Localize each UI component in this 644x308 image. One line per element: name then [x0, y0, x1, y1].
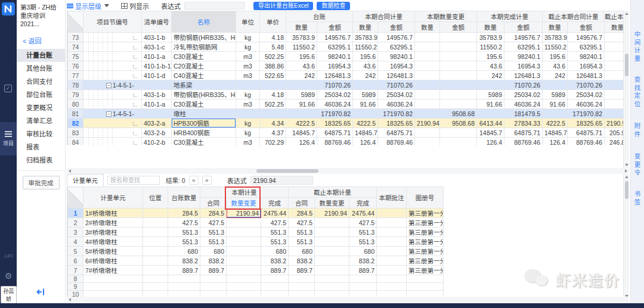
- unit-name-cell[interactable]: 6#桥墩墩柱: [83, 256, 143, 266]
- value-cell[interactable]: 91.66: [286, 99, 317, 109]
- value-cell[interactable]: [261, 275, 289, 283]
- value-cell[interactable]: 242: [543, 71, 568, 80]
- code-cell[interactable]: 410-1-a: [142, 52, 172, 61]
- value-cell[interactable]: [605, 90, 624, 99]
- value-cell[interactable]: 14845.7: [543, 128, 568, 138]
- value-cell[interactable]: [377, 283, 407, 291]
- value-cell[interactable]: [227, 247, 261, 256]
- value-cell[interactable]: 63295.1: [568, 42, 605, 52]
- value-cell[interactable]: 64875.71: [568, 128, 605, 138]
- value-cell[interactable]: [227, 275, 261, 283]
- value-cell[interactable]: 502.25: [260, 99, 286, 109]
- name-cell[interactable]: 地系梁: [172, 80, 236, 90]
- value-cell[interactable]: 551.3: [168, 228, 200, 237]
- value-cell[interactable]: 126481.3: [568, 71, 605, 80]
- value-cell[interactable]: 11550.2: [477, 42, 504, 52]
- unit-name-cell[interactable]: 4#桥墩墩柱: [83, 237, 143, 247]
- value-cell[interactable]: 9508.68: [440, 109, 477, 119]
- name-cell[interactable]: 带肋钢筋(HRB335、HRB400): [172, 90, 236, 99]
- value-cell[interactable]: [286, 80, 317, 90]
- sidebar-item-1[interactable]: 其他台账: [17, 62, 65, 75]
- value-cell[interactable]: [315, 228, 349, 237]
- value-cell[interactable]: [415, 33, 440, 42]
- value-cell[interactable]: 第三册第一分册: [407, 209, 444, 218]
- value-cell[interactable]: 第三册第一分册: [407, 237, 444, 247]
- unit-cell[interactable]: m3: [236, 138, 260, 146]
- value-cell[interactable]: 171970.82: [568, 109, 605, 119]
- row-number[interactable]: 77: [68, 71, 83, 80]
- value-cell[interactable]: 9508.68: [440, 119, 477, 128]
- unit-cell[interactable]: [236, 109, 260, 119]
- row-number[interactable]: 1: [68, 209, 83, 218]
- value-cell[interactable]: 838.2: [261, 256, 289, 266]
- value-cell[interactable]: 14845.7: [477, 128, 504, 138]
- value-cell[interactable]: [440, 128, 477, 138]
- value-cell[interactable]: 195.6: [477, 52, 504, 61]
- value-cell[interactable]: [415, 61, 440, 71]
- unit-cell[interactable]: m3: [236, 71, 260, 80]
- rightbar-item-3[interactable]: 变更令: [633, 153, 642, 178]
- value-cell[interactable]: 46036.24: [504, 99, 543, 109]
- value-cell[interactable]: [143, 283, 168, 291]
- value-cell[interactable]: 35783.9: [353, 33, 378, 42]
- display-level-dropdown[interactable]: 显示层级: [67, 1, 109, 11]
- row-number[interactable]: 73: [68, 33, 83, 42]
- value-cell[interactable]: [477, 109, 504, 119]
- value-cell[interactable]: 502.25: [260, 52, 286, 61]
- value-cell[interactable]: 702.29: [260, 138, 286, 146]
- tree-cell[interactable]: [83, 90, 142, 99]
- code-cell[interactable]: 410-1-d: [142, 71, 172, 80]
- value-cell[interactable]: [168, 283, 200, 291]
- value-cell[interactable]: [289, 275, 315, 283]
- unit-cell[interactable]: [236, 80, 260, 90]
- rail-api-link[interactable]: API: [0, 253, 17, 259]
- collapse-minus-icon[interactable]: −: [106, 83, 112, 88]
- value-cell[interactable]: [315, 256, 349, 266]
- sidebar-item-4[interactable]: 变更概况: [17, 101, 65, 114]
- row-number[interactable]: 4: [68, 237, 83, 247]
- code-cell[interactable]: [142, 109, 172, 119]
- value-cell[interactable]: 46036.24: [317, 99, 353, 109]
- name-cell[interactable]: C30混凝土: [172, 52, 236, 61]
- sidebar-item-2[interactable]: 合同支付: [17, 75, 65, 88]
- unit-vertical-scrollbar[interactable]: [623, 174, 629, 299]
- value-cell[interactable]: [440, 71, 477, 80]
- value-cell[interactable]: 35783.9: [286, 33, 317, 42]
- value-cell[interactable]: [315, 218, 349, 228]
- value-cell[interactable]: 11550.2: [353, 42, 378, 52]
- value-cell[interactable]: 6413.44: [477, 119, 504, 128]
- value-cell[interactable]: [407, 283, 444, 291]
- value-cell[interactable]: 205.91: [605, 128, 624, 138]
- sidebar-item-7[interactable]: 报表: [17, 141, 65, 154]
- collapse-exit-icon[interactable]: [36, 287, 45, 298]
- value-cell[interactable]: [143, 209, 168, 218]
- value-cell[interactable]: 126.4: [353, 138, 378, 146]
- value-cell[interactable]: 25034.02: [504, 90, 543, 99]
- approve-complete-button[interactable]: 审批完成: [23, 176, 60, 189]
- value-cell[interactable]: [377, 256, 407, 266]
- value-cell[interactable]: 98240.1: [378, 52, 415, 61]
- value-cell[interactable]: [415, 52, 440, 61]
- value-cell[interactable]: 427.5: [200, 218, 227, 228]
- row-number[interactable]: 74: [68, 42, 83, 52]
- tree-cell[interactable]: [83, 71, 142, 80]
- value-cell[interactable]: 16954.3: [504, 61, 543, 71]
- row-number[interactable]: 5: [68, 247, 83, 256]
- name-cell[interactable]: HRB400钢筋: [172, 128, 236, 138]
- value-cell[interactable]: 126481.3: [378, 71, 415, 80]
- value-cell[interactable]: [440, 42, 477, 52]
- unit-cell[interactable]: m3: [236, 52, 260, 61]
- value-cell[interactable]: 第三册第一分册: [407, 218, 444, 228]
- value-cell[interactable]: [168, 275, 200, 283]
- unit-cell[interactable]: kg: [236, 42, 260, 52]
- unit-name-cell[interactable]: [83, 275, 143, 283]
- tree-cell[interactable]: [83, 128, 142, 138]
- name-cell[interactable]: C40混凝土: [172, 71, 236, 80]
- value-cell[interactable]: [415, 99, 440, 109]
- tree-cell[interactable]: [83, 119, 142, 128]
- name-cell[interactable]: C30混凝土: [172, 138, 236, 146]
- value-cell[interactable]: 63295.1: [317, 42, 353, 52]
- value-cell[interactable]: [349, 275, 377, 283]
- value-cell[interactable]: [200, 275, 227, 283]
- value-cell[interactable]: 889.7: [349, 266, 377, 275]
